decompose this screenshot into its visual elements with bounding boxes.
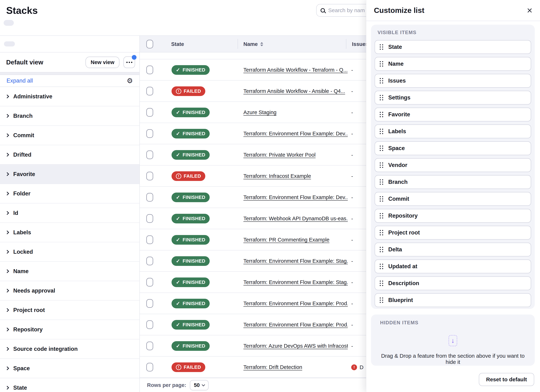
drag-handle-icon[interactable] xyxy=(380,298,383,303)
drag-handle-icon[interactable] xyxy=(380,162,383,168)
column-item-card[interactable]: Repository xyxy=(375,209,531,223)
filter-category-row[interactable]: Id xyxy=(0,203,139,223)
select-all-checkbox[interactable] xyxy=(146,40,153,49)
filter-category-row[interactable]: Labels xyxy=(0,223,139,242)
stack-state-tab[interactable] xyxy=(42,20,52,26)
column-item-card[interactable]: Delta xyxy=(375,243,531,256)
row-checkbox[interactable] xyxy=(146,193,153,202)
drag-handle-icon[interactable] xyxy=(380,44,383,50)
drag-handle-icon[interactable] xyxy=(380,213,383,218)
table-row[interactable]: ✓ ! FINISHED Terraform: Environment Flow… xyxy=(140,272,366,293)
filter-category-row[interactable]: Locked xyxy=(0,242,139,262)
hidden-items-drop-zone[interactable]: ↓ Drag & Drop a feature from the section… xyxy=(377,330,529,365)
filter-category-row[interactable]: Drifted xyxy=(0,145,139,165)
table-row[interactable]: ✓ ! FINISHED Terraform: Environment Flow… xyxy=(140,314,366,335)
drag-handle-icon[interactable] xyxy=(380,95,383,100)
table-row[interactable]: ✓ ! FINISHED Terraform: Environment Flow… xyxy=(140,187,366,208)
column-item-card[interactable]: Space xyxy=(375,141,531,155)
row-checkbox[interactable] xyxy=(146,363,153,372)
column-item-card[interactable]: Issues xyxy=(375,74,531,88)
stack-name-link[interactable]: Terraform: Infracost Example xyxy=(243,173,311,179)
drag-handle-icon[interactable] xyxy=(380,112,383,117)
table-row[interactable]: ✓ ! FINISHED Terraform: Environment Flow… xyxy=(140,250,366,272)
row-checkbox[interactable] xyxy=(146,257,153,265)
stack-name-link[interactable]: Terraform: Drift Detection xyxy=(243,364,302,370)
stack-name-link[interactable]: Terraform: Azure DevOps AWS with Infraco… xyxy=(243,343,348,349)
column-item-card[interactable]: Description xyxy=(375,276,531,290)
filter-category-row[interactable]: Name xyxy=(0,262,139,281)
drag-handle-icon[interactable] xyxy=(380,78,383,84)
stack-name-link[interactable]: Terraform Ansible Workflow - Ansible - Q… xyxy=(243,88,345,94)
drag-handle-icon[interactable] xyxy=(380,230,383,235)
stacks-search[interactable] xyxy=(316,4,371,17)
column-item-card[interactable]: Branch xyxy=(375,175,531,189)
stack-state-tab[interactable] xyxy=(4,20,14,26)
row-checkbox[interactable] xyxy=(146,235,153,244)
stack-name-link[interactable]: Terraform: Environment Flow Example: Pro… xyxy=(243,301,348,307)
row-checkbox[interactable] xyxy=(146,172,153,180)
column-item-card[interactable]: Project root xyxy=(375,226,531,239)
filter-category-row[interactable]: Source code integration xyxy=(0,339,139,359)
filter-category-row[interactable]: Branch xyxy=(0,106,139,126)
column-item-card[interactable]: Labels xyxy=(375,124,531,138)
drag-handle-icon[interactable] xyxy=(380,129,383,134)
drag-handle-icon[interactable] xyxy=(380,179,383,185)
filter-category-row[interactable]: Space xyxy=(0,359,139,378)
filter-category-row[interactable]: Folder xyxy=(0,184,139,203)
table-row[interactable]: ✓ ! FINISHED Terraform: Azure DevOps AWS… xyxy=(140,335,366,357)
table-row[interactable]: ✓ ! FINISHED Terraform: PR Commenting Ex… xyxy=(140,229,366,250)
row-checkbox[interactable] xyxy=(146,87,153,95)
stack-name-link[interactable]: Terraform: Environment Flow Example: Pro… xyxy=(243,322,348,328)
stack-state-tab[interactable] xyxy=(16,20,26,26)
column-item-card[interactable]: Favorite xyxy=(375,108,531,121)
stack-name-link[interactable]: Terraform: Webhook API DynamoDB us-eas..… xyxy=(243,216,348,222)
column-header-state[interactable]: State xyxy=(171,36,184,52)
sort-icon[interactable] xyxy=(260,42,263,46)
drag-handle-icon[interactable] xyxy=(380,196,383,202)
column-header-name[interactable]: Name xyxy=(243,36,263,52)
column-header-issues[interactable]: Issues xyxy=(352,36,366,52)
rows-per-page-select[interactable]: 50 xyxy=(190,380,209,390)
column-item-card[interactable]: Settings xyxy=(375,91,531,104)
filter-category-row[interactable]: Project root xyxy=(0,301,139,320)
filter-category-row[interactable]: State xyxy=(0,378,139,392)
filter-category-row[interactable]: Repository xyxy=(0,320,139,339)
drag-handle-icon[interactable] xyxy=(380,281,383,286)
stack-state-tab[interactable] xyxy=(29,20,39,26)
row-checkbox[interactable] xyxy=(146,65,153,74)
drag-handle-icon[interactable] xyxy=(380,264,383,269)
filter-category-row[interactable]: Administrative xyxy=(0,87,139,106)
stack-name-link[interactable]: Terraform: Environment Flow Example: Dev… xyxy=(243,194,348,200)
column-item-card[interactable]: Blueprint xyxy=(375,293,531,307)
search-input[interactable] xyxy=(328,7,365,13)
sidebar-tab[interactable] xyxy=(17,41,28,46)
gear-icon[interactable]: ⚙ xyxy=(127,77,133,84)
stack-name-link[interactable]: Terraform: Environment Flow Example: Dev… xyxy=(243,131,348,137)
new-view-button[interactable]: New view xyxy=(85,57,120,68)
drag-handle-icon[interactable] xyxy=(380,146,383,151)
reset-to-default-button[interactable]: Reset to default xyxy=(479,373,534,386)
close-icon[interactable]: × xyxy=(527,6,532,15)
column-item-card[interactable]: Name xyxy=(375,57,531,71)
column-item-card[interactable]: State xyxy=(375,40,531,54)
stack-name-link[interactable]: Terraform: PR Commenting Example xyxy=(243,237,330,243)
table-row[interactable]: ✓ ! FINISHED Azure Staging ! - xyxy=(140,102,366,123)
row-checkbox[interactable] xyxy=(146,150,153,159)
table-row[interactable]: ✓ ! FINISHED Terraform: Private Worker P… xyxy=(140,144,366,165)
row-checkbox[interactable] xyxy=(146,129,153,138)
table-row[interactable]: ✓ ! FINISHED Terraform: Environment Flow… xyxy=(140,293,366,314)
filter-category-row[interactable]: Favorite xyxy=(0,165,139,184)
row-checkbox[interactable] xyxy=(146,108,153,117)
drag-handle-icon[interactable] xyxy=(380,247,383,252)
row-checkbox[interactable] xyxy=(146,299,153,308)
stack-state-tab[interactable] xyxy=(55,20,65,26)
column-item-card[interactable]: Updated at xyxy=(375,259,531,273)
table-row[interactable]: ✓ ! FINISHED Terraform: Webhook API Dyna… xyxy=(140,208,366,229)
table-row[interactable]: ✓ ! FINISHED Terraform Ansible Workflow … xyxy=(140,59,366,81)
row-checkbox[interactable] xyxy=(146,278,153,287)
view-more-button[interactable] xyxy=(123,56,135,68)
stack-name-link[interactable]: Terraform: Private Worker Pool xyxy=(243,152,316,158)
row-checkbox[interactable] xyxy=(146,320,153,329)
stack-state-tab[interactable] xyxy=(67,20,77,26)
table-row[interactable]: ✓ ! FINISHED Terraform: Environment Flow… xyxy=(140,123,366,144)
